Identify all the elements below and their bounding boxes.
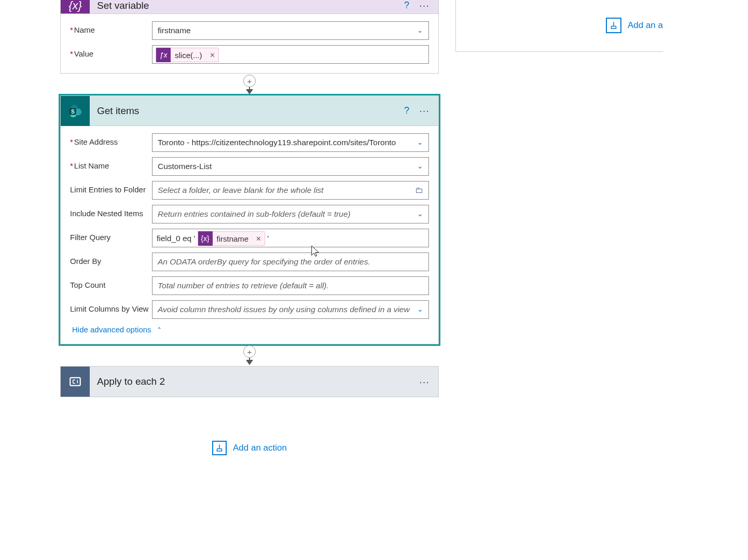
name-value: firstname xyxy=(158,26,191,35)
action-card-apply-each: Apply to each 2 ··· xyxy=(60,366,439,397)
label-list-name: *List Name xyxy=(70,157,152,170)
folder-icon[interactable]: 🗀 xyxy=(415,186,423,195)
sharepoint-icon: S xyxy=(61,96,90,126)
site-address-dropdown[interactable]: Toronto - https://citizentechnology119.s… xyxy=(152,133,429,152)
hide-advanced-toggle[interactable]: Hide advanced options ⌃ xyxy=(72,325,162,334)
filter-suffix: ' xyxy=(265,234,271,243)
help-icon[interactable]: ? xyxy=(398,0,415,14)
label-limit-folder: Limit Entries to Folder xyxy=(70,181,152,194)
limit-folder-input[interactable]: Select a folder, or leave blank for the … xyxy=(152,181,429,200)
top-count-input[interactable]: Total number of entries to retrieve (def… xyxy=(152,276,429,295)
chevron-up-icon: ⌃ xyxy=(157,326,162,333)
label-filter-query: Filter Query xyxy=(70,229,152,242)
chevron-down-icon: ⌄ xyxy=(417,209,423,218)
svg-text:S: S xyxy=(71,108,75,114)
add-step-button[interactable]: + xyxy=(243,75,256,87)
label-nested-items: Include Nested Items xyxy=(70,205,152,218)
apply-each-header[interactable]: Apply to each 2 ··· xyxy=(61,367,438,397)
more-menu[interactable]: ··· xyxy=(415,0,433,14)
help-icon[interactable]: ? xyxy=(398,102,415,120)
add-action-label: Add an action xyxy=(233,443,287,453)
chevron-down-icon: ⌄ xyxy=(417,162,423,170)
get-items-body: *Site Address Toronto - https://citizent… xyxy=(61,126,438,344)
chevron-down-icon: ⌄ xyxy=(417,138,423,146)
set-variable-icon: {x} xyxy=(61,0,90,14)
more-menu[interactable]: ··· xyxy=(415,373,433,390)
token-remove[interactable]: ✕ xyxy=(253,235,265,243)
token-label: slice(...) xyxy=(171,51,206,60)
get-items-title: Get items xyxy=(90,105,398,117)
add-an-label[interactable]: Add an a xyxy=(628,20,663,31)
connector: + xyxy=(60,344,439,366)
variable-icon: {x} xyxy=(198,231,213,246)
chevron-down-icon: ⌄ xyxy=(417,26,423,34)
list-name-value: Customers-List xyxy=(158,162,212,171)
name-dropdown[interactable]: firstname ⌄ xyxy=(152,21,429,40)
set-variable-body: *Name firstname ⌄ *Value ƒx slice(...) ✕ xyxy=(61,14,438,73)
right-panel: Add an a xyxy=(455,0,663,52)
more-menu[interactable]: ··· xyxy=(415,102,433,120)
list-name-dropdown[interactable]: Customers-List ⌄ xyxy=(152,157,429,176)
set-variable-title: Set variable xyxy=(90,0,398,11)
label-order-by: Order By xyxy=(70,253,152,265)
label-top-count: Top Count xyxy=(70,276,152,289)
variable-token[interactable]: {x} firstname ✕ xyxy=(198,231,266,246)
expression-token[interactable]: ƒx slice(...) ✕ xyxy=(156,48,219,62)
sharepoint-logo-svg: S xyxy=(67,103,83,119)
add-action-icon[interactable] xyxy=(606,18,621,33)
label-name: *Name xyxy=(70,21,152,34)
value-input[interactable]: ƒx slice(...) ✕ xyxy=(152,45,429,64)
set-variable-header[interactable]: {x} Set variable ? ··· xyxy=(61,0,438,14)
nested-items-dropdown[interactable]: Return entries contained in sub-folders … xyxy=(152,205,429,223)
nested-placeholder: Return entries contained in sub-folders … xyxy=(158,209,351,219)
topcount-placeholder: Total number of entries to retrieve (def… xyxy=(158,281,329,290)
get-items-header[interactable]: S Get items ? ··· xyxy=(61,96,438,126)
site-address-value: Toronto - https://citizentechnology119.s… xyxy=(158,138,396,147)
limit-columns-dropdown[interactable]: Avoid column threshold issues by only us… xyxy=(152,300,429,319)
hide-advanced-label: Hide advanced options xyxy=(72,325,151,334)
loop-icon xyxy=(61,367,90,397)
order-by-input[interactable]: An ODATA orderBy query for specifying th… xyxy=(152,253,429,271)
limitcols-placeholder: Avoid column threshold issues by only us… xyxy=(158,305,410,314)
apply-each-title: Apply to each 2 xyxy=(90,376,415,387)
action-card-get-items: S Get items ? ··· *Site Address Toronto … xyxy=(60,95,439,344)
svg-rect-5 xyxy=(70,377,80,385)
label-value: *Value xyxy=(70,45,152,58)
filter-query-input[interactable]: field_0 eq ' {x} firstname ✕ ' xyxy=(152,229,429,247)
add-action-button[interactable]: Add an action xyxy=(60,441,439,455)
connector: + xyxy=(60,74,439,95)
action-card-set-variable: {x} Set variable ? ··· *Name firstname ⌄… xyxy=(60,0,439,74)
token-remove[interactable]: ✕ xyxy=(206,51,218,59)
add-action-icon xyxy=(212,441,227,455)
orderby-placeholder: An ODATA orderBy query for specifying th… xyxy=(158,257,370,267)
chevron-down-icon: ⌄ xyxy=(417,305,423,313)
filter-prefix: field_0 eq ' xyxy=(156,234,198,243)
folder-placeholder: Select a folder, or leave blank for the … xyxy=(158,186,324,195)
add-step-button[interactable]: + xyxy=(243,345,256,358)
label-limit-columns: Limit Columns by View xyxy=(70,300,152,313)
token-label: firstname xyxy=(213,234,253,243)
fx-icon: ƒx xyxy=(156,48,171,62)
label-site-address: *Site Address xyxy=(70,133,152,146)
